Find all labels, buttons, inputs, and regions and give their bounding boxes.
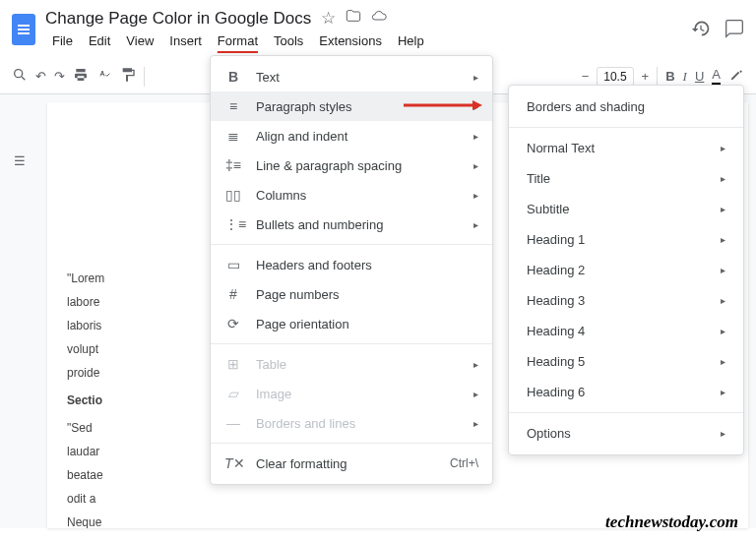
submenu-heading-1[interactable]: Heading 1▸ — [509, 224, 743, 255]
underline-button[interactable]: U — [695, 69, 704, 84]
svg-point-0 — [15, 70, 23, 78]
move-icon[interactable] — [346, 8, 361, 29]
menu-text[interactable]: BText▸ — [211, 62, 492, 91]
paint-format-icon[interactable] — [120, 67, 136, 86]
menu-edit[interactable]: Edit — [82, 30, 117, 51]
menu-paragraph-styles[interactable]: ≡Paragraph styles▸ — [211, 91, 492, 121]
menu-format[interactable]: Format — [211, 30, 265, 51]
spellcheck-icon[interactable] — [96, 67, 112, 86]
italic-button[interactable]: I — [683, 69, 687, 85]
menu-line-spacing[interactable]: ‡≡Line & paragraph spacing▸ — [211, 151, 492, 180]
menu-page-orientation[interactable]: ⟳Page orientation — [211, 309, 492, 338]
history-icon[interactable] — [691, 19, 711, 41]
undo-icon[interactable]: ↶ — [35, 69, 46, 84]
menu-headers-footers[interactable]: ▭Headers and footers — [211, 250, 492, 279]
font-size-input[interactable]: 10.5 — [597, 67, 633, 87]
menu-bullets-numbering[interactable]: ⋮≡Bullets and numbering▸ — [211, 210, 492, 239]
search-icon[interactable] — [12, 67, 28, 86]
font-size-minus[interactable]: − — [582, 69, 590, 84]
menu-align-indent[interactable]: ≣Align and indent▸ — [211, 121, 492, 151]
paragraph-styles-submenu: Borders and shading Normal Text▸ Title▸ … — [508, 85, 744, 455]
menu-image: ▱Image▸ — [211, 379, 492, 408]
menu-table: ⊞Table▸ — [211, 349, 492, 379]
body-text: odit a — [67, 490, 728, 508]
submenu-heading-3[interactable]: Heading 3▸ — [509, 285, 743, 316]
submenu-title[interactable]: Title▸ — [509, 163, 743, 194]
submenu-normal-text[interactable]: Normal Text▸ — [509, 133, 743, 163]
submenu-subtitle[interactable]: Subtitle▸ — [509, 194, 743, 224]
menu-columns[interactable]: ▯▯Columns▸ — [211, 180, 492, 210]
menu-insert[interactable]: Insert — [162, 30, 209, 51]
menu-borders-lines: —Borders and lines▸ — [211, 408, 492, 438]
submenu-heading-6[interactable]: Heading 6▸ — [509, 377, 743, 407]
redo-icon[interactable]: ↷ — [54, 69, 65, 84]
print-icon[interactable] — [73, 67, 89, 86]
bold-button[interactable]: B — [665, 69, 674, 84]
menu-tools[interactable]: Tools — [267, 30, 310, 51]
menu-page-numbers[interactable]: #Page numbers — [211, 279, 492, 309]
menubar: File Edit View Insert Format Tools Exten… — [45, 30, 681, 51]
star-icon[interactable]: ☆ — [321, 8, 336, 29]
titlebar: Change Page Color in Google Docs ☆ File … — [0, 0, 756, 59]
document-title[interactable]: Change Page Color in Google Docs — [45, 9, 311, 29]
submenu-heading-5[interactable]: Heading 5▸ — [509, 346, 743, 377]
comment-icon[interactable] — [724, 19, 744, 41]
docs-logo-icon[interactable] — [12, 14, 35, 45]
menu-extensions[interactable]: Extensions — [312, 30, 389, 51]
menu-view[interactable]: View — [119, 30, 160, 51]
submenu-heading-4[interactable]: Heading 4▸ — [509, 316, 743, 346]
menu-help[interactable]: Help — [391, 30, 431, 51]
submenu-heading-2[interactable]: Heading 2▸ — [509, 255, 743, 285]
outline-icon[interactable]: ☰ — [14, 153, 26, 528]
format-dropdown: BText▸ ≡Paragraph styles▸ ≣Align and ind… — [210, 55, 493, 485]
cloud-icon[interactable] — [371, 8, 387, 29]
menu-file[interactable]: File — [45, 30, 80, 51]
watermark: technewstoday.com — [605, 512, 738, 532]
font-size-plus[interactable]: + — [642, 69, 650, 84]
submenu-options[interactable]: Options▸ — [509, 418, 743, 449]
submenu-borders-shading[interactable]: Borders and shading — [509, 91, 743, 122]
menu-clear-formatting[interactable]: T✕Clear formattingCtrl+\ — [211, 449, 492, 478]
highlight-button[interactable] — [728, 67, 744, 86]
text-color-button[interactable]: A — [712, 67, 721, 86]
